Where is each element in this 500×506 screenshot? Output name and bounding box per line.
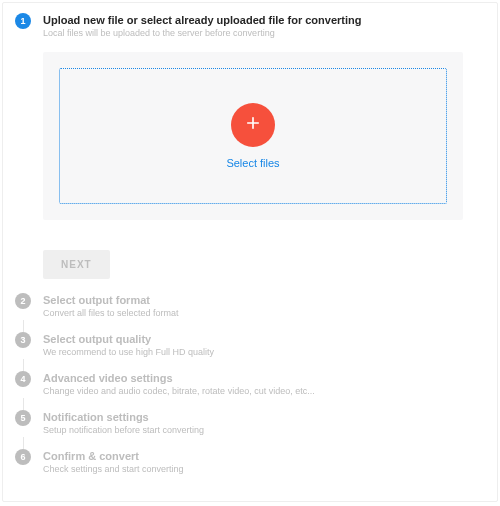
step-badge-5: 5: [15, 410, 31, 426]
dropzone[interactable]: Select files: [59, 68, 447, 204]
step-1: 1 Upload new file or select already uplo…: [15, 13, 485, 40]
step-1-body: Upload new file or select already upload…: [43, 13, 485, 40]
next-row: NEXT: [43, 250, 485, 279]
step-3[interactable]: 3 Select output quality We recommend to …: [15, 332, 485, 359]
step-5[interactable]: 5 Notification settings Setup notificati…: [15, 410, 485, 437]
plus-icon: [244, 114, 262, 136]
step-2-subtitle: Convert all files to selected format: [43, 308, 485, 320]
connector-5-6: [23, 437, 24, 449]
step-6-subtitle: Check settings and start converting: [43, 464, 485, 476]
connector-2-3: [23, 320, 24, 332]
step-5-body: Notification settings Setup notification…: [43, 410, 485, 437]
step-1-subtitle: Local files will be uploaded to the serv…: [43, 28, 485, 40]
upload-panel: Select files: [43, 52, 463, 220]
step-5-subtitle: Setup notification before start converti…: [43, 425, 485, 437]
step-3-body: Select output quality We recommend to us…: [43, 332, 485, 359]
wizard-container: 1 Upload new file or select already uplo…: [2, 2, 498, 502]
step-3-title: Select output quality: [43, 332, 485, 346]
step-1-content: Select files NEXT: [43, 52, 485, 279]
step-6[interactable]: 6 Confirm & convert Check settings and s…: [15, 449, 485, 476]
select-files-label[interactable]: Select files: [226, 157, 279, 169]
step-badge-4: 4: [15, 371, 31, 387]
step-5-title: Notification settings: [43, 410, 485, 424]
step-badge-2: 2: [15, 293, 31, 309]
step-4-body: Advanced video settings Change video and…: [43, 371, 485, 398]
step-1-title: Upload new file or select already upload…: [43, 13, 485, 27]
step-4-subtitle: Change video and audio codec, bitrate, r…: [43, 386, 485, 398]
connector-4-5: [23, 398, 24, 410]
step-badge-3: 3: [15, 332, 31, 348]
step-badge-1: 1: [15, 13, 31, 29]
add-file-button[interactable]: [231, 103, 275, 147]
step-badge-6: 6: [15, 449, 31, 465]
step-4[interactable]: 4 Advanced video settings Change video a…: [15, 371, 485, 398]
step-4-title: Advanced video settings: [43, 371, 485, 385]
next-button[interactable]: NEXT: [43, 250, 110, 279]
connector-3-4: [23, 359, 24, 371]
step-2-title: Select output format: [43, 293, 485, 307]
step-6-body: Confirm & convert Check settings and sta…: [43, 449, 485, 476]
step-2-body: Select output format Convert all files t…: [43, 293, 485, 320]
step-2[interactable]: 2 Select output format Convert all files…: [15, 293, 485, 320]
step-6-title: Confirm & convert: [43, 449, 485, 463]
step-3-subtitle: We recommend to use high Full HD quality: [43, 347, 485, 359]
